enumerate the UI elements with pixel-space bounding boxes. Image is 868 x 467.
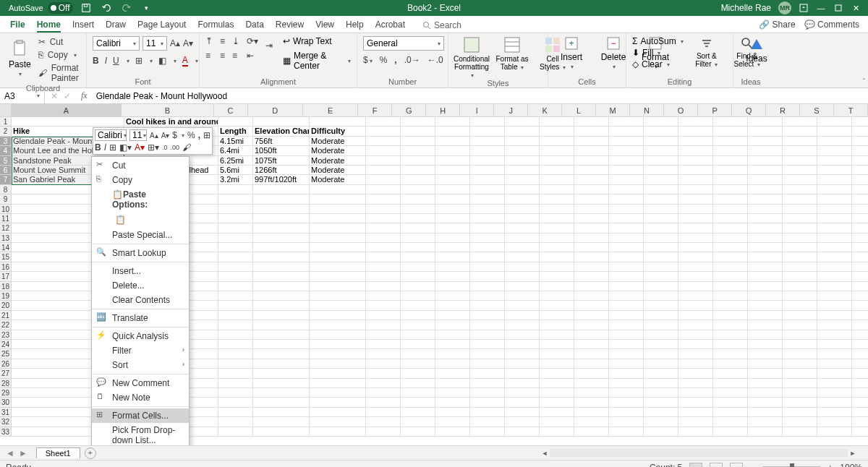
conditional-formatting-button[interactable]: ConditionalFormatting ▾ bbox=[454, 36, 489, 79]
cell[interactable] bbox=[852, 214, 868, 223]
cell[interactable] bbox=[678, 243, 713, 252]
merge-center-button[interactable]: ▦Merge & Center▾ bbox=[283, 51, 351, 71]
cell[interactable] bbox=[783, 320, 817, 330]
tab-review[interactable]: Review bbox=[276, 20, 304, 33]
cell[interactable] bbox=[609, 369, 644, 378]
comments-button[interactable]: 💬 Comments bbox=[804, 20, 859, 30]
cell[interactable] bbox=[817, 301, 852, 310]
cell[interactable] bbox=[470, 272, 505, 281]
col-header-B[interactable]: B bbox=[122, 104, 213, 116]
row-header-23[interactable]: 23 bbox=[0, 330, 12, 340]
cell[interactable] bbox=[852, 379, 868, 388]
cell[interactable] bbox=[366, 301, 401, 310]
cell[interactable] bbox=[748, 311, 783, 320]
cell[interactable] bbox=[817, 330, 852, 340]
cell[interactable] bbox=[817, 340, 852, 349]
cell[interactable] bbox=[470, 205, 505, 214]
cell[interactable] bbox=[505, 291, 540, 301]
cell[interactable] bbox=[435, 340, 470, 349]
cell[interactable] bbox=[783, 388, 817, 398]
row-header-20[interactable]: 20 bbox=[0, 301, 12, 310]
cell[interactable] bbox=[609, 117, 644, 127]
cell[interactable] bbox=[817, 205, 852, 214]
wrap-text-button[interactable]: ↩Wrap Text bbox=[283, 36, 351, 46]
cell[interactable] bbox=[470, 243, 505, 252]
cell[interactable] bbox=[678, 223, 713, 233]
cell[interactable] bbox=[470, 349, 505, 359]
mini-shrink-font-icon[interactable]: A▾ bbox=[161, 132, 170, 140]
cell[interactable] bbox=[366, 243, 401, 252]
col-header-T[interactable]: T bbox=[834, 104, 868, 116]
cell[interactable] bbox=[366, 146, 401, 155]
cell[interactable] bbox=[540, 291, 574, 301]
cell[interactable] bbox=[783, 252, 817, 262]
cell[interactable] bbox=[574, 156, 609, 166]
cell[interactable] bbox=[678, 311, 713, 320]
cell[interactable] bbox=[435, 166, 470, 175]
cell[interactable] bbox=[470, 185, 505, 194]
cell[interactable] bbox=[678, 185, 713, 194]
cell[interactable] bbox=[644, 185, 678, 194]
cell[interactable] bbox=[574, 291, 609, 301]
cell[interactable] bbox=[401, 272, 435, 281]
cell[interactable] bbox=[253, 223, 310, 233]
cell[interactable] bbox=[218, 388, 253, 398]
number-format-select[interactable]: General▾ bbox=[363, 36, 444, 51]
cell[interactable] bbox=[435, 320, 470, 330]
cell[interactable] bbox=[713, 340, 748, 349]
cell[interactable] bbox=[817, 388, 852, 398]
cell[interactable] bbox=[817, 234, 852, 243]
cell[interactable] bbox=[574, 417, 609, 427]
cell[interactable] bbox=[609, 185, 644, 194]
cell[interactable] bbox=[366, 311, 401, 320]
cell[interactable] bbox=[783, 398, 817, 407]
cell[interactable] bbox=[366, 427, 401, 437]
maximize-icon[interactable] bbox=[833, 3, 843, 13]
cell[interactable]: 997ft/1020ft bbox=[253, 175, 310, 184]
ideas-button[interactable]: Ideas bbox=[739, 36, 774, 64]
cell[interactable] bbox=[435, 379, 470, 388]
cell[interactable] bbox=[435, 359, 470, 369]
cell[interactable] bbox=[253, 234, 310, 243]
cell[interactable] bbox=[401, 408, 435, 417]
cell[interactable] bbox=[218, 330, 253, 340]
cell[interactable] bbox=[470, 146, 505, 155]
cell[interactable] bbox=[470, 234, 505, 243]
cell[interactable] bbox=[644, 137, 678, 146]
cut-button[interactable]: ✂Cut bbox=[38, 36, 80, 48]
cell[interactable] bbox=[401, 301, 435, 310]
cell[interactable] bbox=[609, 214, 644, 223]
cell[interactable] bbox=[748, 359, 783, 369]
cell[interactable] bbox=[817, 166, 852, 175]
align-center-icon[interactable]: ≡ bbox=[220, 51, 225, 61]
decrease-font-icon[interactable]: A▾ bbox=[183, 38, 193, 48]
cell[interactable] bbox=[435, 369, 470, 378]
cell[interactable] bbox=[470, 282, 505, 291]
cell[interactable] bbox=[678, 349, 713, 359]
cell[interactable] bbox=[435, 243, 470, 252]
cell[interactable] bbox=[748, 330, 783, 340]
cell[interactable]: Moderate bbox=[310, 156, 366, 166]
cell[interactable] bbox=[644, 223, 678, 233]
cell[interactable] bbox=[470, 214, 505, 223]
cell[interactable] bbox=[366, 359, 401, 369]
cell[interactable] bbox=[574, 427, 609, 437]
cell[interactable] bbox=[852, 398, 868, 407]
cell[interactable] bbox=[783, 205, 817, 214]
cell[interactable] bbox=[678, 175, 713, 184]
mini-font-color-icon[interactable]: A▾ bbox=[135, 142, 145, 153]
cell[interactable] bbox=[401, 185, 435, 194]
cell[interactable] bbox=[366, 185, 401, 194]
cell[interactable] bbox=[401, 243, 435, 252]
cell[interactable] bbox=[540, 166, 574, 175]
cell[interactable] bbox=[574, 223, 609, 233]
cell[interactable] bbox=[817, 379, 852, 388]
cell[interactable] bbox=[748, 156, 783, 166]
cell[interactable] bbox=[574, 311, 609, 320]
cell[interactable] bbox=[435, 272, 470, 281]
cell[interactable] bbox=[644, 243, 678, 252]
cell[interactable] bbox=[435, 137, 470, 146]
cell[interactable] bbox=[644, 262, 678, 272]
mini-font-size[interactable]: 11▾ bbox=[129, 129, 147, 141]
cell[interactable] bbox=[852, 320, 868, 330]
